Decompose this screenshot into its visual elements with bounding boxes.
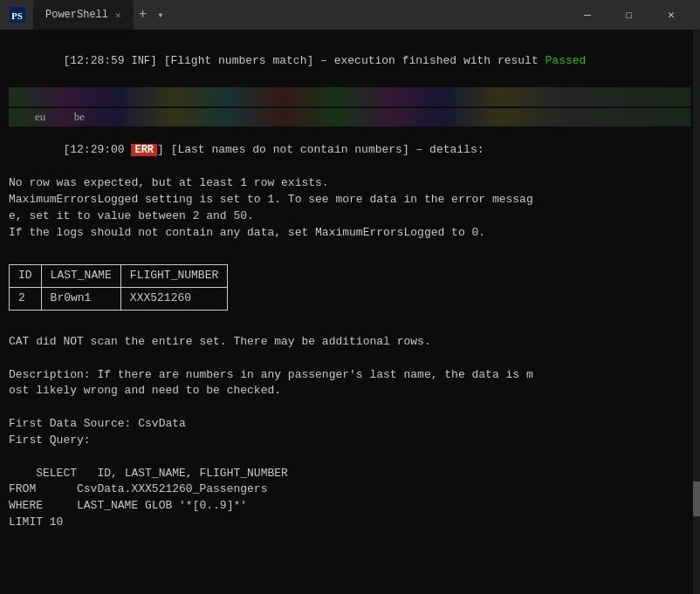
output-line-7: CAT did NOT scan the entire set. There m…: [9, 334, 691, 351]
output-line-4: MaximumErrorsLogged setting is set to 1.…: [9, 192, 691, 208]
table-row: 2 Br0wn1 XXX521260: [10, 288, 228, 311]
tab-label: PowerShell: [45, 9, 108, 21]
output-line-6: If the logs should not contain any data,…: [9, 225, 691, 242]
output-line-1: [12:28:59 INF] [Flight numbers match] – …: [9, 37, 691, 86]
new-tab-button[interactable]: +: [134, 7, 153, 23]
cell-flightnumber: XXX521260: [120, 288, 227, 311]
output-line-err: [12:29:00 ERR] [Last names do not contai…: [9, 126, 691, 176]
output-line-17: WHERE LAST_NAME GLOB '*[0..9]*': [9, 498, 691, 515]
output-line-12: First Data Source: CsvData: [9, 416, 691, 433]
noise-overlay-2: eu be: [9, 107, 691, 126]
powershell-window: PS PowerShell ✕ + ▾ — ☐ ✕ [12:28:59 INF]…: [0, 0, 700, 594]
results-table: ID LAST_NAME FLIGHT_NUMBER 2 Br0wn1 XXX5…: [9, 264, 228, 311]
table-header-row: ID LAST_NAME FLIGHT_NUMBER: [10, 265, 228, 288]
output-line-18: LIMIT 10: [9, 515, 691, 531]
output-line-3: No row was expected, but at least 1 row …: [9, 175, 691, 192]
output-line-5: e, set it to value between 2 and 50.: [9, 208, 691, 225]
tab-dropdown-button[interactable]: ▾: [152, 9, 168, 22]
err-badge: ERR: [131, 144, 157, 156]
passed-badge: Passed: [539, 54, 587, 67]
terminal-output: [12:28:59 INF] [Flight numbers match] – …: [0, 33, 700, 535]
window-controls: — ☐ ✕: [567, 0, 691, 30]
minimize-button[interactable]: —: [567, 0, 607, 30]
output-line-16: FROM CsvData.XXX521260_Passengers: [9, 481, 691, 498]
output-line-15: SELECT ID, LAST_NAME, FLIGHT_NUMBER: [9, 466, 691, 482]
output-line-13: First Query:: [9, 433, 691, 449]
output-line-8: [9, 351, 691, 367]
close-button[interactable]: ✕: [651, 0, 691, 30]
col-header-id: ID: [10, 265, 42, 288]
maximize-button[interactable]: ☐: [609, 0, 649, 30]
timestamp-1: [12:28:59: [63, 54, 131, 67]
output-line-9: Description: If there are numbers in any…: [9, 367, 691, 384]
app-icon: PS: [9, 6, 26, 24]
terminal-area[interactable]: [12:28:59 INF] [Flight numbers match] – …: [0, 30, 700, 594]
col-header-flightnumber: FLIGHT_NUMBER: [120, 265, 227, 288]
active-tab[interactable]: PowerShell ✕: [33, 0, 134, 30]
svg-text:PS: PS: [11, 10, 23, 21]
output-line-11: [9, 399, 691, 416]
vertical-scrollbar[interactable]: [693, 30, 700, 594]
col-header-lastname: LAST_NAME: [41, 265, 120, 288]
inf-badge: INF: [131, 55, 150, 67]
cell-lastname: Br0wn1: [41, 288, 120, 311]
cell-id: 2: [10, 288, 42, 311]
output-line-14: [9, 449, 691, 466]
titlebar: PS PowerShell ✕ + ▾ — ☐ ✕: [0, 0, 700, 30]
output-line-10: ost likely wrong and need to be checked.: [9, 383, 691, 399]
tab-close-button[interactable]: ✕: [115, 10, 121, 21]
scrollbar-thumb[interactable]: [693, 481, 700, 516]
noise-overlay-1: [9, 87, 691, 106]
